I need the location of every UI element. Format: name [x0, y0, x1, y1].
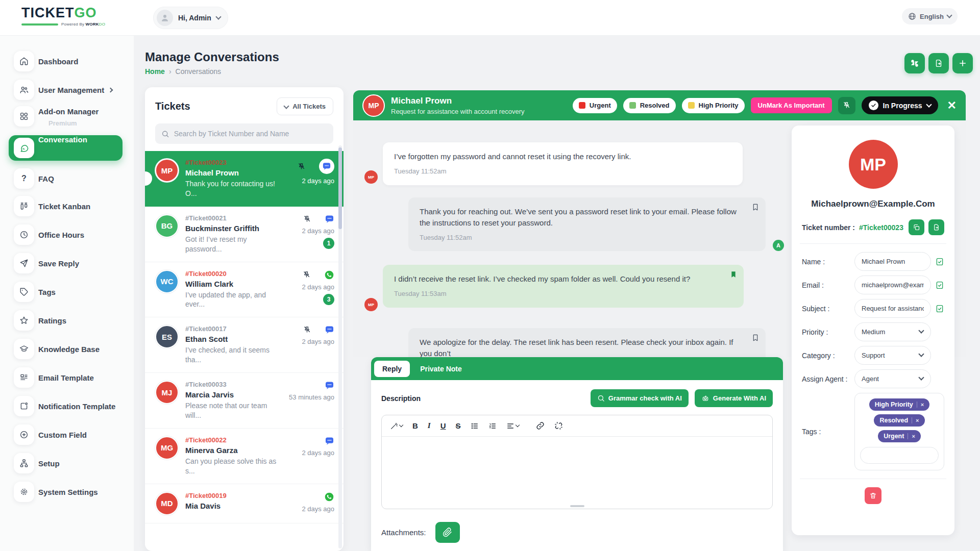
- tab-private-note[interactable]: Private Note: [412, 361, 470, 377]
- breadcrumb-current: Conversations: [176, 67, 222, 76]
- sidebar-item-email-template[interactable]: Email Template: [0, 365, 134, 390]
- ticket-preview: Thank you for contacting us! O...: [185, 179, 284, 198]
- bookmark-icon[interactable]: [751, 203, 760, 212]
- magic-wand-button[interactable]: [390, 422, 403, 430]
- numbered-list-button[interactable]: [488, 422, 497, 430]
- ticket-row[interactable]: MD #Ticket00019 Mia Davis 2 days ago: [145, 484, 344, 523]
- pin-off-icon[interactable]: [297, 162, 306, 171]
- copy-icon: [913, 223, 920, 231]
- zendesk-button[interactable]: [904, 53, 925, 73]
- copy-ticket-button[interactable]: [909, 219, 924, 235]
- chevron-right-icon: [108, 87, 113, 92]
- sidebar-item-conversation[interactable]: Conversation: [0, 136, 134, 160]
- sidebar-item-ticket-kanban[interactable]: Ticket Kanban: [0, 194, 134, 218]
- add-button[interactable]: [952, 53, 973, 73]
- ticket-row[interactable]: MP #Ticket00023 Michael Prown Thank you …: [145, 151, 344, 207]
- pin-off-icon[interactable]: [303, 325, 311, 334]
- save-field-button[interactable]: [931, 304, 944, 313]
- rich-text-editor[interactable]: B I U S: [381, 415, 773, 509]
- bookmark-filled-icon[interactable]: [729, 270, 738, 279]
- name-field[interactable]: Michael Prown: [854, 252, 931, 271]
- trash-icon: [869, 492, 877, 499]
- description-label: Description: [381, 394, 421, 403]
- grammar-check-button[interactable]: Grammar check with AI: [591, 389, 689, 407]
- ticket-row[interactable]: WC #Ticket00020 William Clark I’ve updat…: [145, 262, 344, 318]
- underline-button[interactable]: U: [440, 421, 446, 430]
- sidebar-item-knowledge-base[interactable]: Knowledge Base: [0, 337, 134, 361]
- remove-tag-button[interactable]: ×: [908, 433, 915, 439]
- attach-file-button[interactable]: [435, 522, 460, 543]
- generate-ai-button[interactable]: Generate With AI: [695, 389, 773, 407]
- link-button[interactable]: [536, 421, 545, 430]
- bullet-list-button[interactable]: [471, 422, 479, 430]
- language-selector[interactable]: English: [902, 8, 958, 24]
- email-field[interactable]: michaelprown@example.com: [854, 276, 931, 294]
- sidebar-item-ratings[interactable]: Ratings: [0, 308, 134, 333]
- avatar: [157, 10, 173, 26]
- bookmark-icon[interactable]: [751, 333, 760, 342]
- unmark-important-button[interactable]: UnMark As Important: [751, 97, 832, 113]
- chevron-down-icon: [515, 423, 519, 427]
- ticket-search[interactable]: [155, 123, 333, 144]
- tags-editor[interactable]: High Priority× Resolved× Urgent×: [854, 393, 944, 470]
- pin-off-icon[interactable]: [303, 215, 311, 223]
- chevron-down-icon: [215, 14, 221, 19]
- sidebar-item-custom-field[interactable]: Custom Field: [0, 422, 134, 447]
- align-button[interactable]: [506, 422, 519, 430]
- whatsapp-icon: [324, 270, 334, 280]
- ticket-row[interactable]: BG #Ticket00021 Buckminster Griffith Got…: [145, 207, 344, 262]
- ticket-row[interactable]: MG #Ticket00022 Minerva Garza Can you pl…: [145, 429, 344, 484]
- remove-tag-button[interactable]: ×: [917, 402, 924, 408]
- sidebar-item-faq[interactable]: ? FAQ: [0, 166, 134, 191]
- question-icon: ?: [14, 168, 34, 189]
- editor-content[interactable]: [382, 437, 772, 498]
- strikethrough-button[interactable]: S: [456, 421, 461, 430]
- bold-button[interactable]: B: [412, 421, 418, 430]
- sidebar-item-notification-template[interactable]: Notification Template: [0, 394, 134, 418]
- assign-agent-select[interactable]: Agent: [854, 369, 931, 388]
- message-time: Tuesday 11:53am: [394, 289, 732, 299]
- ticket-row[interactable]: MJ #Ticket00033 Marcia Jarvis Please not…: [145, 373, 344, 429]
- tab-reply[interactable]: Reply: [374, 361, 410, 377]
- export-ticket-button[interactable]: [928, 219, 944, 235]
- chevron-down-icon: [399, 423, 403, 427]
- pin-off-icon[interactable]: [302, 270, 311, 279]
- resize-handle[interactable]: [570, 505, 584, 507]
- template-icon: [14, 367, 34, 388]
- ticket-filter-dropdown[interactable]: All Tickets: [277, 97, 333, 115]
- sidebar-item-setup[interactable]: Setup: [0, 451, 134, 475]
- sidebar-item-dashboard[interactable]: Dashboard: [0, 49, 134, 73]
- pin-conversation-button[interactable]: [838, 97, 855, 114]
- sidebar-item-tags[interactable]: Tags: [0, 280, 134, 304]
- search-input[interactable]: [174, 130, 327, 138]
- scrollbar-thumb[interactable]: [338, 147, 342, 229]
- priority-select[interactable]: Medium: [854, 322, 931, 341]
- unread-badge: 1: [323, 238, 334, 249]
- save-field-button[interactable]: [931, 281, 944, 290]
- unlink-button[interactable]: [554, 421, 563, 430]
- sidebar-item-user-management[interactable]: User Management: [0, 78, 134, 102]
- save-field-button[interactable]: [931, 257, 944, 266]
- tag-input[interactable]: [860, 447, 939, 464]
- italic-button[interactable]: I: [428, 421, 431, 430]
- status-dropdown[interactable]: In Progress: [862, 96, 938, 114]
- sidebar-item-save-reply[interactable]: Save Reply: [0, 251, 134, 276]
- high-priority-color-square: [688, 102, 695, 109]
- export-button[interactable]: [928, 53, 949, 73]
- close-conversation-button[interactable]: ✕: [947, 100, 957, 111]
- ticket-row[interactable]: ES #Ticket00017 Ethan Scott I’ve checked…: [145, 317, 344, 373]
- sidebar-item-addon-manager[interactable]: Add-on Manager Premium: [0, 104, 134, 129]
- breadcrumb-home-link[interactable]: Home: [145, 67, 165, 76]
- subject-field[interactable]: Request for assistance with account reco…: [854, 299, 931, 318]
- app-logo[interactable]: TICKETGO Powered By WORKDO: [21, 5, 108, 27]
- sidebar-item-office-hours[interactable]: Office Hours: [0, 222, 134, 247]
- resolved-color-square: [629, 102, 636, 109]
- delete-ticket-button[interactable]: [865, 487, 881, 504]
- message-bubble: I’ve forgotten my password and cannot re…: [383, 142, 743, 185]
- sidebar-item-system-settings[interactable]: System Settings: [0, 480, 134, 504]
- remove-tag-button[interactable]: ×: [912, 417, 919, 423]
- selected-notch: [145, 171, 152, 186]
- attachments-label: Attachments:: [381, 528, 426, 537]
- account-menu[interactable]: Hi, Admin: [153, 7, 228, 29]
- category-select[interactable]: Support: [854, 346, 931, 365]
